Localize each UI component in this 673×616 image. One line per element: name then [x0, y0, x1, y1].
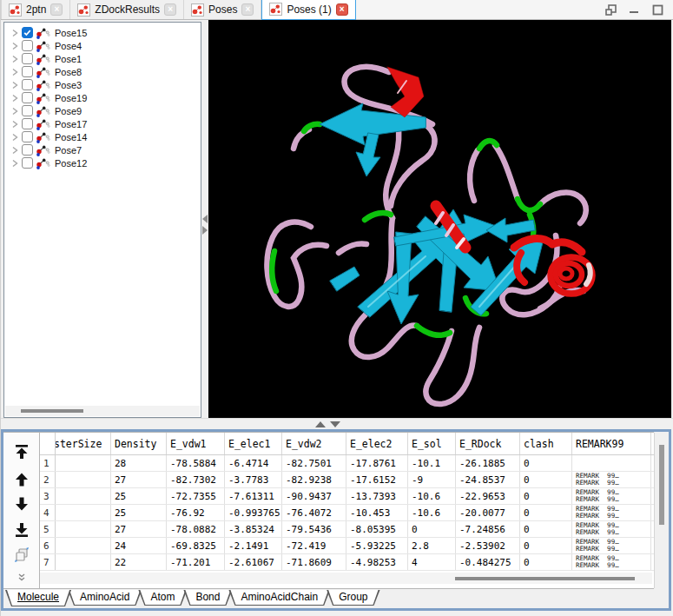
table-cell[interactable]: -20.0077	[456, 505, 520, 520]
move-up-button[interactable]	[10, 469, 34, 490]
table-cell[interactable]: 0	[520, 554, 572, 570]
table-cell[interactable]: -6.4714	[225, 455, 282, 471]
table-cell[interactable]: -10.6	[408, 505, 456, 520]
column-header-e_sol[interactable]: E_sol	[408, 433, 456, 454]
collapse-chevron-icon[interactable]	[10, 567, 34, 588]
table-cell[interactable]	[56, 472, 111, 487]
tree-item-pose12[interactable]: Pose12	[4, 156, 201, 169]
table-cell[interactable]: 0	[520, 455, 572, 471]
collapse-down-icon[interactable]	[330, 421, 340, 427]
tab-close-icon[interactable]: ×	[164, 3, 176, 16]
tab-close-icon[interactable]: ×	[336, 3, 348, 16]
table-cell[interactable]: -10.453	[346, 505, 408, 520]
table-cell[interactable]: -76.4072	[282, 505, 346, 520]
remark99-cell[interactable]: REMARK 99…REMARK 99…	[572, 488, 651, 504]
minimize-icon[interactable]	[629, 4, 640, 16]
scrollbar-thumb[interactable]	[21, 409, 83, 413]
pose-visibility-checkbox[interactable]	[22, 27, 33, 38]
expand-chevron-icon[interactable]	[10, 93, 19, 103]
table-cell[interactable]: -82.7501	[282, 455, 346, 471]
table-cell[interactable]: -2.1491	[225, 538, 282, 553]
table-cell[interactable]: 4	[408, 554, 456, 570]
table-cell[interactable]: -8.05395	[346, 521, 408, 537]
tab-close-icon[interactable]: ×	[241, 3, 254, 16]
sheet-tab-group[interactable]: Group	[327, 590, 379, 606]
molecule-3d-viewport[interactable]	[208, 20, 671, 418]
tree-item-pose3[interactable]: Pose3	[4, 78, 201, 91]
table-cell[interactable]: 24	[111, 538, 167, 553]
expand-chevron-icon[interactable]	[10, 67, 19, 77]
expand-up-icon[interactable]	[315, 421, 326, 427]
expand-right-icon[interactable]	[202, 226, 208, 235]
table-row-1[interactable]: 128-78.5884-6.4714-82.7501-17.8761-10.1-…	[40, 455, 654, 472]
pose-visibility-checkbox[interactable]	[22, 131, 33, 142]
remark99-cell[interactable]: REMARK 99…REMARK 99…	[572, 521, 651, 537]
pose-visibility-checkbox[interactable]	[22, 118, 33, 129]
table-cell[interactable]: -78.0882	[167, 521, 225, 537]
collapse-left-icon[interactable]	[202, 215, 208, 223]
table-cell[interactable]: 2.8	[408, 538, 456, 553]
column-header-stersize[interactable]: sterSize	[56, 433, 111, 454]
table-cell[interactable]: -72.7355	[167, 488, 225, 504]
column-header-e_rdock[interactable]: E_RDock	[456, 433, 520, 454]
column-header-e_elec1[interactable]: E_elec1	[225, 433, 282, 454]
sync-selection-button[interactable]	[10, 544, 34, 565]
table-cell[interactable]: -13.7393	[346, 488, 408, 504]
table-cell[interactable]: 0	[520, 505, 572, 520]
document-tab-2ptn[interactable]: 2ptn×	[1, 0, 70, 19]
pose-visibility-checkbox[interactable]	[22, 53, 33, 64]
table-row-5[interactable]: 527-78.0882-3.85324-79.5436-8.053950-7.2…	[40, 521, 654, 538]
column-header-density[interactable]: Density	[111, 433, 167, 454]
column-header-remark99[interactable]: REMARK99	[572, 433, 651, 454]
table-cell[interactable]: -71.8609	[282, 554, 346, 570]
pose-visibility-checkbox[interactable]	[22, 157, 33, 169]
remark99-cell[interactable]: REMARK 99…REMARK 99…	[572, 538, 651, 553]
move-down-button[interactable]	[10, 493, 34, 514]
table-cell[interactable]: -22.9653	[456, 488, 520, 504]
row-number-cell[interactable]: 1	[40, 455, 56, 471]
table-cell[interactable]: -10.6	[408, 488, 456, 504]
table-row-2[interactable]: 227-82.7302-3.7783-82.9238-17.6152-9-24.…	[40, 472, 654, 488]
table-cell[interactable]: 25	[111, 488, 167, 504]
tree-item-pose1[interactable]: Pose1	[4, 52, 201, 65]
table-cell[interactable]: 25	[111, 505, 167, 520]
table-cell[interactable]: -76.92	[167, 505, 225, 520]
table-cell[interactable]: 28	[111, 455, 167, 471]
maximize-icon[interactable]	[652, 4, 663, 16]
table-row-7[interactable]: 722-71.201-2.61067-71.8609-4.982534-0.48…	[40, 554, 654, 571]
sheet-tab-aminoacid[interactable]: AminoAcid	[68, 590, 142, 606]
table-cell[interactable]: -72.419	[282, 538, 346, 553]
tree-item-pose14[interactable]: Pose14	[4, 130, 201, 143]
table-cell[interactable]: -71.201	[167, 554, 225, 570]
tree-item-pose9[interactable]: Pose9	[4, 104, 201, 117]
expand-chevron-icon[interactable]	[10, 80, 19, 90]
expand-chevron-icon[interactable]	[10, 28, 19, 38]
document-tab-zdockresults[interactable]: ZDockResults×	[70, 0, 184, 19]
remark99-cell[interactable]: REMARK 99…REMARK 99…	[572, 505, 651, 520]
table-cell[interactable]: 0	[520, 488, 572, 504]
move-to-bottom-button[interactable]	[10, 520, 34, 540]
pose-visibility-checkbox[interactable]	[22, 144, 33, 156]
table-cell[interactable]	[56, 554, 111, 570]
table-cell[interactable]: -26.1885	[456, 455, 520, 471]
table-cell[interactable]: -3.7783	[225, 472, 282, 487]
move-to-top-button[interactable]	[10, 441, 34, 462]
table-cell[interactable]	[56, 505, 111, 520]
tree-item-pose7[interactable]: Pose7	[4, 143, 201, 156]
tab-close-icon[interactable]: ×	[50, 3, 63, 16]
remark99-cell[interactable]: REMARK 99…REMARK 99…	[572, 472, 651, 487]
table-cell[interactable]: -2.61067	[225, 554, 282, 570]
expand-chevron-icon[interactable]	[10, 145, 19, 156]
table-cell[interactable]: -7.61311	[225, 488, 282, 504]
tree-item-pose17[interactable]: Pose17	[4, 117, 201, 130]
scrollbar-thumb[interactable]	[455, 577, 635, 580]
table-cell[interactable]: -78.5884	[167, 455, 225, 471]
table-row-3[interactable]: 325-72.7355-7.61311-90.9437-13.7393-10.6…	[40, 488, 654, 505]
tree-item-pose15[interactable]: Pose15	[4, 26, 201, 39]
table-horizontal-scrollbar[interactable]	[40, 573, 652, 584]
pose-visibility-checkbox[interactable]	[22, 105, 33, 116]
table-cell[interactable]: -9	[408, 472, 456, 487]
table-cell[interactable]: -17.8761	[346, 455, 408, 471]
sheet-tab-aminoacidchain[interactable]: AminoAcidChain	[228, 590, 330, 606]
remark99-cell[interactable]	[572, 455, 651, 471]
